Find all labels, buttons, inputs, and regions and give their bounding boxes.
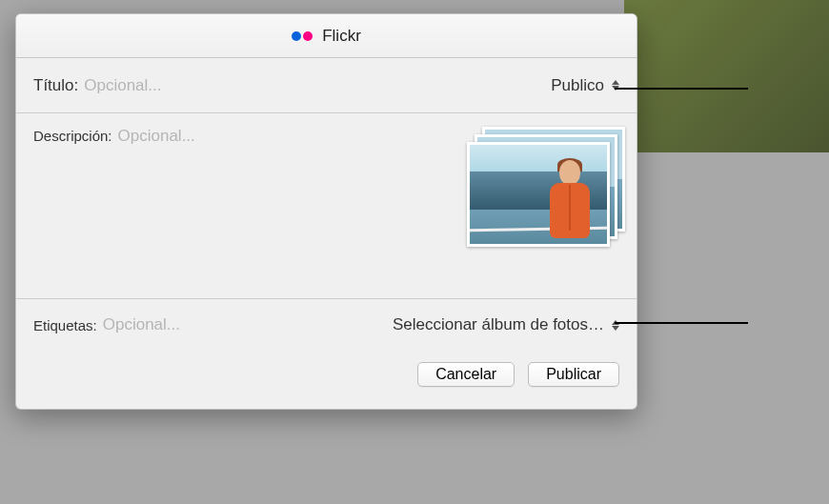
flickr-share-sheet: Flickr Título: Publico Descripción: Etiq… bbox=[15, 13, 637, 410]
background-photo bbox=[624, 0, 829, 152]
description-row: Descripción: bbox=[16, 113, 637, 299]
title-row: Título: Publico bbox=[16, 58, 637, 113]
button-row: Cancelar Publicar bbox=[16, 351, 637, 402]
description-field-wrap: Descripción: bbox=[33, 127, 457, 279]
title-label: Título: bbox=[33, 76, 78, 95]
privacy-popup-value: Publico bbox=[551, 76, 604, 95]
photo-thumbnail-stack bbox=[467, 127, 619, 251]
callout-line-privacy bbox=[615, 88, 748, 90]
album-popup-value: Seleccionar álbum de fotos… bbox=[393, 315, 604, 334]
publish-button[interactable]: Publicar bbox=[528, 362, 619, 387]
description-label: Descripción: bbox=[33, 128, 112, 144]
album-popup[interactable]: Seleccionar álbum de fotos… bbox=[393, 315, 619, 334]
callout-line-album bbox=[615, 322, 748, 324]
thumbnail-front bbox=[467, 142, 610, 247]
titlebar-title: Flickr bbox=[322, 27, 361, 46]
tags-label: Etiquetas: bbox=[33, 317, 97, 333]
title-input[interactable] bbox=[84, 76, 551, 95]
titlebar: Flickr bbox=[16, 14, 637, 58]
cancel-button[interactable]: Cancelar bbox=[417, 362, 515, 387]
flickr-logo-icon bbox=[292, 31, 313, 41]
tags-input[interactable] bbox=[103, 315, 393, 334]
description-input[interactable] bbox=[118, 127, 457, 279]
tags-row: Etiquetas: Seleccionar álbum de fotos… bbox=[16, 299, 637, 351]
privacy-popup[interactable]: Publico bbox=[551, 76, 619, 95]
